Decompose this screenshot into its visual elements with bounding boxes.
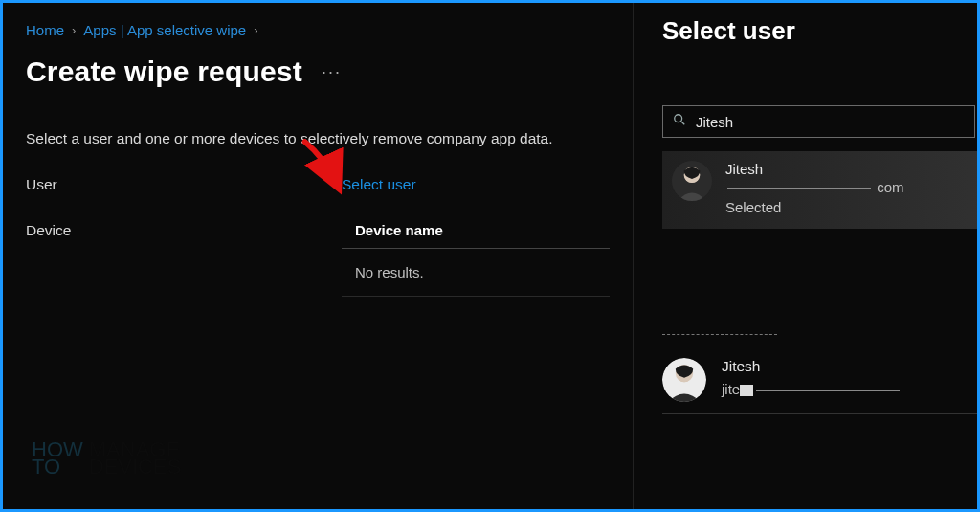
breadcrumb-home[interactable]: Home xyxy=(26,22,64,38)
page-title: Create wipe request xyxy=(26,56,302,88)
user-result-row[interactable]: Jitesh com Selected xyxy=(662,151,977,229)
select-user-panel: Select user Jitesh com Selected Jite xyxy=(633,3,977,509)
selected-name: Jitesh xyxy=(722,358,902,375)
svg-line-1 xyxy=(681,122,684,124)
result-status: Selected xyxy=(725,199,904,215)
chevron-right-icon: › xyxy=(72,23,76,37)
breadcrumb-apps[interactable]: Apps | App selective wipe xyxy=(83,22,246,38)
result-name: Jitesh xyxy=(725,161,904,177)
selected-email: jite xyxy=(722,381,902,397)
user-row: User Select user xyxy=(26,176,610,193)
user-label: User xyxy=(26,176,342,193)
avatar xyxy=(662,358,706,402)
search-icon xyxy=(673,113,686,130)
panel-title: Select user xyxy=(662,16,977,46)
svg-point-0 xyxy=(675,115,682,122)
more-actions-button[interactable]: ··· xyxy=(322,62,342,82)
user-search-input[interactable] xyxy=(696,114,965,130)
selected-user-row[interactable]: Jitesh jite xyxy=(662,358,977,402)
result-email: com xyxy=(725,179,904,195)
user-search-box[interactable] xyxy=(662,105,975,138)
selected-section-divider xyxy=(662,334,777,335)
watermark-logo: HOW TO MANAGE DEVICES xyxy=(32,441,181,477)
chevron-right-icon: › xyxy=(254,23,257,37)
avatar xyxy=(672,161,712,201)
divider xyxy=(662,413,977,414)
device-label: Device xyxy=(26,222,342,239)
select-user-link[interactable]: Select user xyxy=(342,176,416,193)
page-description: Select a user and one or more devices to… xyxy=(26,130,610,147)
device-no-results: No results. xyxy=(342,249,610,297)
device-name-column: Device name xyxy=(342,212,610,249)
device-table: Device name No results. xyxy=(342,212,610,297)
breadcrumb: Home › Apps | App selective wipe › xyxy=(26,22,610,38)
